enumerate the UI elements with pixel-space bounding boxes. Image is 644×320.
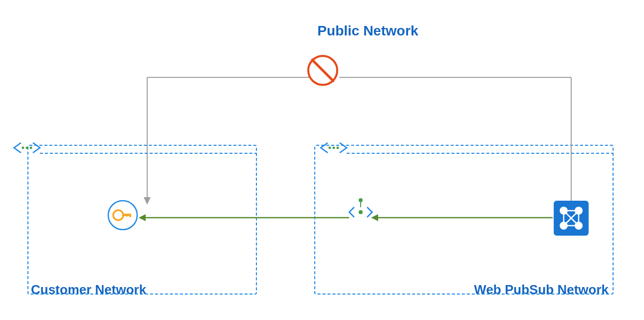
svg-marker-10 bbox=[371, 214, 378, 221]
svg-point-15 bbox=[30, 147, 32, 149]
svg-point-14 bbox=[26, 147, 28, 149]
svg-rect-27 bbox=[129, 214, 131, 217]
svg-rect-28 bbox=[126, 214, 128, 217]
svg-marker-4 bbox=[144, 197, 151, 205]
svg-point-18 bbox=[337, 147, 339, 149]
svg-point-17 bbox=[333, 147, 335, 149]
diagram-svg bbox=[0, 0, 644, 320]
svg-point-13 bbox=[22, 147, 24, 149]
svg-point-21 bbox=[359, 210, 363, 214]
diagram-container: Public Network Customer Network Web PubS… bbox=[0, 0, 644, 320]
svg-point-20 bbox=[359, 198, 363, 202]
svg-point-16 bbox=[329, 147, 331, 149]
svg-marker-12 bbox=[139, 214, 146, 221]
